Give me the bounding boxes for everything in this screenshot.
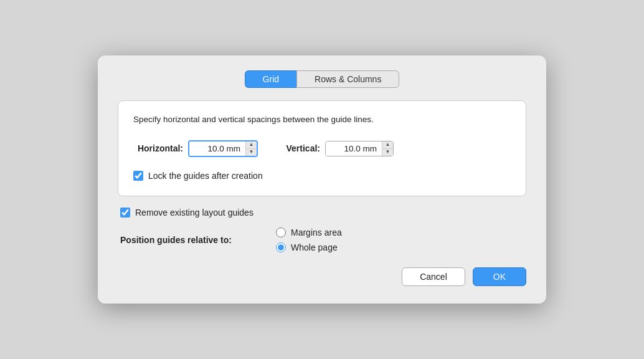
- whole-page-label: Whole page: [291, 242, 338, 252]
- dialog: Grid Rows & Columns Specify horizontal a…: [98, 55, 546, 303]
- vertical-increment[interactable]: ▲: [382, 141, 393, 149]
- lock-guides-checkbox[interactable]: [133, 171, 143, 181]
- remove-guides-label: Remove existing layout guides: [135, 208, 253, 218]
- button-row: Cancel OK: [118, 267, 526, 286]
- remove-guides-checkbox[interactable]: [120, 208, 130, 218]
- vertical-decrement[interactable]: ▼: [382, 149, 393, 156]
- radio-group: Margins area Whole page: [276, 227, 342, 252]
- outer-section: Remove existing layout guides Position g…: [118, 208, 526, 252]
- horizontal-field-group: Horizontal: ▲ ▼: [133, 140, 258, 157]
- margins-radio-row: Margins area: [276, 227, 342, 237]
- whole-page-radio[interactable]: [276, 242, 286, 252]
- vertical-spinners: ▲ ▼: [382, 141, 393, 156]
- horizontal-spinners: ▲ ▼: [245, 141, 257, 156]
- horizontal-input[interactable]: [189, 141, 245, 156]
- vertical-input-wrap: ▲ ▼: [325, 141, 394, 156]
- vertical-input[interactable]: [326, 141, 382, 156]
- margins-label: Margins area: [291, 227, 342, 237]
- tab-grid[interactable]: Grid: [245, 70, 296, 88]
- cancel-button[interactable]: Cancel: [402, 267, 465, 286]
- remove-guides-row: Remove existing layout guides: [120, 208, 524, 218]
- tab-rows-columns[interactable]: Rows & Columns: [296, 70, 399, 88]
- vertical-label: Vertical:: [270, 143, 320, 153]
- horizontal-input-wrap: ▲ ▼: [188, 140, 258, 157]
- whole-page-radio-row: Whole page: [276, 242, 342, 252]
- horizontal-increment[interactable]: ▲: [246, 141, 257, 149]
- lock-guides-row: Lock the guides after creation: [133, 171, 511, 181]
- horizontal-decrement[interactable]: ▼: [246, 149, 257, 156]
- tab-bar: Grid Rows & Columns: [118, 70, 526, 88]
- position-label: Position guides relative to:: [120, 235, 263, 245]
- ok-button[interactable]: OK: [473, 267, 526, 286]
- position-row-wrap: Position guides relative to: Margins are…: [120, 227, 524, 252]
- vertical-field-group: Vertical: ▲ ▼: [270, 141, 394, 156]
- margins-radio[interactable]: [276, 227, 286, 237]
- spacing-row: Horizontal: ▲ ▼ Vertical: ▲ ▼: [133, 140, 511, 157]
- horizontal-label: Horizontal:: [133, 143, 183, 153]
- grid-panel: Specify horizontal and vertical spacings…: [118, 100, 526, 196]
- lock-guides-label: Lock the guides after creation: [148, 171, 263, 181]
- description-text: Specify horizontal and vertical spacings…: [133, 113, 511, 126]
